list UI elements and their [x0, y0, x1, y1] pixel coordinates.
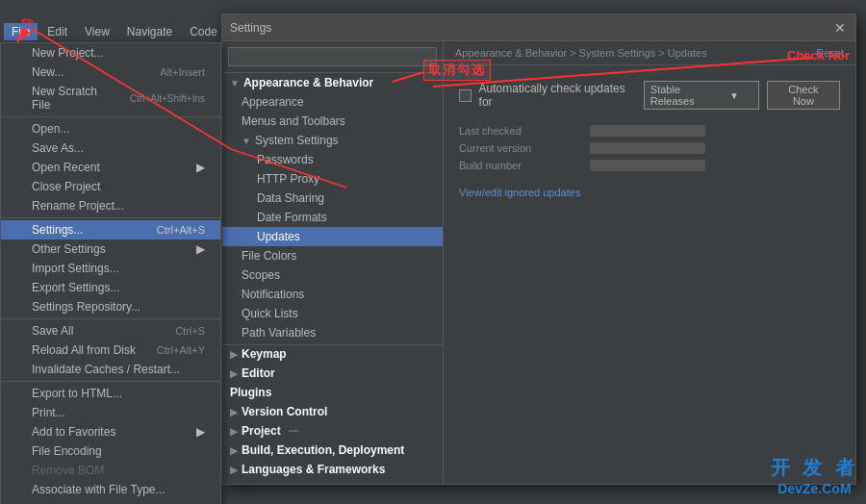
build-number-label: Build number	[459, 160, 574, 171]
content-body: Automatically check updates for Stable R…	[444, 65, 855, 484]
menu-reload[interactable]: Reload All from DiskCtrl+Alt+Y	[1, 340, 220, 360]
tree-path-variables[interactable]: Path Variables	[222, 323, 443, 342]
tree-search-input[interactable]	[228, 47, 437, 66]
separator-4	[1, 381, 220, 382]
channel-dropdown[interactable]: Stable Releases ▼	[644, 81, 759, 110]
tree-scopes[interactable]: Scopes	[222, 265, 443, 285]
menu-settings[interactable]: Settings...Ctrl+Alt+S	[1, 220, 220, 239]
collapse-project-icon: ▶	[230, 426, 238, 437]
menu-add-favorites[interactable]: Add to Favorites▶	[1, 422, 220, 441]
tree-keymap[interactable]: ▶ Keymap	[222, 344, 443, 364]
menu-open-recent[interactable]: Open Recent▶	[1, 158, 220, 177]
info-table: Last checked Current version Build numbe…	[459, 125, 840, 171]
menu-new-scratch[interactable]: New Scratch FileCtrl+Alt+Shift+Ins	[1, 82, 220, 114]
settings-tree: ▼ Appearance & Behavior Appearance Menus…	[222, 41, 444, 484]
last-checked-row: Last checked	[459, 125, 840, 137]
auto-check-row: Automatically check updates for Stable R…	[459, 81, 840, 110]
menu-navigate[interactable]: Navigate	[119, 23, 180, 40]
menu-view[interactable]: View	[77, 23, 117, 40]
collapse-lang-icon: ▶	[230, 465, 238, 475]
tree-updates[interactable]: Updates	[222, 227, 443, 246]
tree-appearance[interactable]: Appearance	[222, 92, 443, 112]
view-ignored-link[interactable]: View/edit ignored updates	[459, 187, 840, 198]
menu-new[interactable]: New...Alt+Insert	[1, 63, 220, 82]
dialog-close-button[interactable]: ✕	[832, 20, 848, 36]
menu-open[interactable]: Open...	[1, 119, 220, 139]
menu-edit[interactable]: Edit	[39, 23, 75, 40]
tree-project[interactable]: ▶ Project ····	[222, 421, 443, 441]
tree-languages-frameworks[interactable]: ▶ Languages & Frameworks	[222, 460, 443, 479]
tree-file-colors[interactable]: File Colors	[222, 246, 443, 265]
menu-line-separators[interactable]: Line Separators▶	[1, 499, 220, 504]
collapse-system-icon: ▼	[242, 136, 251, 146]
breadcrumb: Appearance & Behavior > System Settings …	[444, 41, 855, 65]
separator-2	[1, 217, 220, 218]
collapse-vc-icon: ▶	[230, 407, 238, 417]
menu-save-as[interactable]: Save As...	[1, 139, 220, 158]
tree-search-area	[222, 41, 443, 73]
separator-3	[1, 318, 220, 319]
tree-system-settings[interactable]: ▼ System Settings	[222, 131, 443, 150]
menu-new-project[interactable]: New Project...	[1, 43, 220, 63]
file-dropdown: New Project... New...Alt+Insert New Scra…	[0, 42, 221, 504]
build-number-value	[590, 160, 705, 171]
tree-editor[interactable]: ▶ Editor	[222, 364, 443, 383]
build-number-row: Build number	[459, 160, 840, 171]
menu-associate-file-type[interactable]: Associate with File Type...	[1, 480, 220, 499]
menu-print[interactable]: Print...	[1, 403, 220, 422]
check-now-button[interactable]: Check Now	[767, 81, 840, 110]
last-checked-label: Last checked	[459, 125, 574, 137]
tree-build-execution[interactable]: ▶ Build, Execution, Deployment	[222, 441, 443, 460]
auto-check-label: Automatically check updates for	[479, 82, 636, 109]
collapse-icon: ▼	[230, 78, 240, 88]
collapse-build-icon: ▶	[230, 445, 238, 456]
menu-remove-bom[interactable]: Remove BOM	[1, 461, 220, 480]
tree-data-sharing[interactable]: Data Sharing	[222, 189, 443, 208]
menu-file[interactable]: File	[4, 23, 38, 40]
menu-invalidate-caches[interactable]: Invalidate Caches / Restart...	[1, 360, 220, 379]
menu-save-all[interactable]: Save AllCtrl+S	[1, 321, 220, 340]
collapse-tools-icon: ▶	[230, 484, 238, 485]
tree-quick-lists[interactable]: Quick Lists	[222, 304, 443, 323]
current-version-label: Current version	[459, 142, 574, 154]
settings-dialog: Settings ✕ ▼ Appearance & Behavior Appea…	[221, 13, 856, 485]
tree-plugins[interactable]: Plugins	[222, 383, 443, 402]
current-version-row: Current version	[459, 142, 840, 154]
reset-button[interactable]: Reset	[816, 47, 844, 59]
menu-code[interactable]: Code	[182, 23, 225, 40]
menu-settings-repository[interactable]: Settings Repository...	[1, 297, 220, 316]
menu-import-settings[interactable]: Import Settings...	[1, 259, 220, 278]
tree-date-formats[interactable]: Date Formats	[222, 208, 443, 227]
menu-other-settings[interactable]: Other Settings▶	[1, 239, 220, 259]
menu-close-project[interactable]: Close Project	[1, 177, 220, 196]
auto-check-checkbox[interactable]	[459, 89, 471, 102]
tree-menus-toolbars[interactable]: Menus and Toolbars	[222, 112, 443, 131]
menu-export-html[interactable]: Export to HTML...	[1, 384, 220, 403]
dialog-body: ▼ Appearance & Behavior Appearance Menus…	[222, 41, 855, 484]
collapse-keymap-icon: ▶	[230, 349, 238, 360]
current-version-value	[590, 142, 705, 154]
dialog-titlebar: Settings ✕	[222, 14, 855, 41]
tree-notifications[interactable]: Notifications	[222, 285, 443, 304]
tree-tools[interactable]: ▶ Tools	[222, 479, 443, 484]
separator-1	[1, 116, 220, 117]
menu-file-encoding[interactable]: File Encoding	[1, 441, 220, 461]
dropdown-arrow-icon: ▼	[729, 90, 739, 101]
collapse-editor-icon: ▶	[230, 368, 238, 379]
menu-rename-project[interactable]: Rename Project...	[1, 196, 220, 215]
last-checked-value	[590, 125, 705, 137]
tree-http-proxy[interactable]: HTTP Proxy	[222, 169, 443, 189]
tree-version-control[interactable]: ▶ Version Control	[222, 402, 443, 421]
menu-export-settings[interactable]: Export Settings...	[1, 278, 220, 297]
tree-passwords[interactable]: Passwords	[222, 150, 443, 169]
settings-content: Appearance & Behavior > System Settings …	[444, 41, 855, 484]
tree-appearance-behavior[interactable]: ▼ Appearance & Behavior	[222, 73, 443, 92]
dialog-title: Settings	[230, 21, 271, 35]
